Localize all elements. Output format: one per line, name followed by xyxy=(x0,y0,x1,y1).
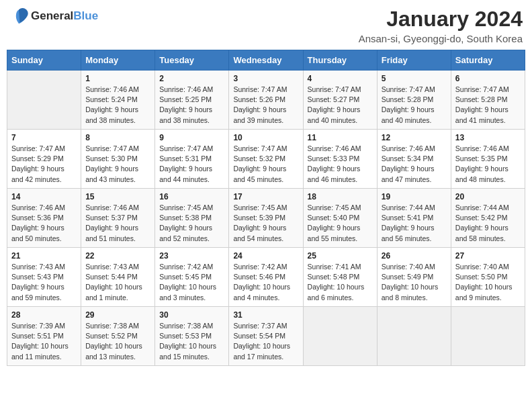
day-number: 21 xyxy=(11,251,77,261)
day-info: Sunrise: 7:47 AMSunset: 5:27 PMDaylight:… xyxy=(308,85,373,126)
page-header: GeneralBlue January 2024 Ansan-si, Gyeon… xyxy=(7,7,525,44)
calendar-cell: 29Sunrise: 7:38 AMSunset: 5:52 PMDayligh… xyxy=(81,307,155,366)
day-info: Sunrise: 7:46 AMSunset: 5:36 PMDaylight:… xyxy=(11,203,77,244)
calendar-cell: 8Sunrise: 7:47 AMSunset: 5:30 PMDaylight… xyxy=(81,130,155,189)
calendar-cell: 17Sunrise: 7:45 AMSunset: 5:39 PMDayligh… xyxy=(229,189,303,248)
day-number: 1 xyxy=(85,74,150,83)
calendar-cell: 18Sunrise: 7:45 AMSunset: 5:40 PMDayligh… xyxy=(303,189,377,248)
calendar-cell: 19Sunrise: 7:44 AMSunset: 5:41 PMDayligh… xyxy=(377,189,451,248)
day-info: Sunrise: 7:42 AMSunset: 5:46 PMDaylight:… xyxy=(233,262,298,303)
day-number: 18 xyxy=(308,192,373,201)
weekday-header-thursday: Thursday xyxy=(303,50,377,71)
day-number: 12 xyxy=(382,133,447,142)
day-number: 26 xyxy=(382,251,447,261)
calendar-cell: 30Sunrise: 7:38 AMSunset: 5:53 PMDayligh… xyxy=(155,307,229,366)
day-number: 30 xyxy=(159,310,224,320)
day-number: 15 xyxy=(85,192,150,201)
calendar-cell xyxy=(303,307,377,366)
day-info: Sunrise: 7:47 AMSunset: 5:28 PMDaylight:… xyxy=(455,85,521,126)
day-info: Sunrise: 7:47 AMSunset: 5:26 PMDaylight:… xyxy=(233,85,298,126)
day-info: Sunrise: 7:45 AMSunset: 5:39 PMDaylight:… xyxy=(233,203,298,244)
calendar-cell: 13Sunrise: 7:46 AMSunset: 5:35 PMDayligh… xyxy=(451,130,525,189)
day-number: 6 xyxy=(455,74,521,83)
day-info: Sunrise: 7:47 AMSunset: 5:31 PMDaylight:… xyxy=(159,144,224,185)
calendar-cell: 31Sunrise: 7:37 AMSunset: 5:54 PMDayligh… xyxy=(229,307,303,366)
day-info: Sunrise: 7:40 AMSunset: 5:50 PMDaylight:… xyxy=(455,262,521,303)
calendar-cell: 24Sunrise: 7:42 AMSunset: 5:46 PMDayligh… xyxy=(229,248,303,307)
calendar-cell: 23Sunrise: 7:42 AMSunset: 5:45 PMDayligh… xyxy=(155,248,229,307)
day-info: Sunrise: 7:37 AMSunset: 5:54 PMDaylight:… xyxy=(233,321,298,362)
day-info: Sunrise: 7:45 AMSunset: 5:40 PMDaylight:… xyxy=(308,203,373,244)
logo-text: GeneralBlue xyxy=(31,9,98,23)
calendar-cell: 14Sunrise: 7:46 AMSunset: 5:36 PMDayligh… xyxy=(7,189,81,248)
day-info: Sunrise: 7:42 AMSunset: 5:45 PMDaylight:… xyxy=(159,262,224,303)
day-info: Sunrise: 7:47 AMSunset: 5:32 PMDaylight:… xyxy=(233,144,298,185)
calendar-cell: 28Sunrise: 7:39 AMSunset: 5:51 PMDayligh… xyxy=(7,307,81,366)
calendar-cell: 7Sunrise: 7:47 AMSunset: 5:29 PMDaylight… xyxy=(7,130,81,189)
calendar-cell: 3Sunrise: 7:47 AMSunset: 5:26 PMDaylight… xyxy=(229,71,303,130)
day-number: 28 xyxy=(11,310,77,320)
calendar-cell xyxy=(377,307,451,366)
day-info: Sunrise: 7:45 AMSunset: 5:38 PMDaylight:… xyxy=(159,203,224,244)
day-number: 14 xyxy=(11,192,77,201)
title-section: January 2024 Ansan-si, Gyeonggi-do, Sout… xyxy=(359,7,523,44)
day-number: 31 xyxy=(233,310,298,320)
weekday-header-row: SundayMondayTuesdayWednesdayThursdayFrid… xyxy=(7,50,525,71)
day-info: Sunrise: 7:46 AMSunset: 5:34 PMDaylight:… xyxy=(382,144,447,185)
day-info: Sunrise: 7:40 AMSunset: 5:49 PMDaylight:… xyxy=(382,262,447,303)
week-row-3: 14Sunrise: 7:46 AMSunset: 5:36 PMDayligh… xyxy=(7,189,525,248)
calendar-cell xyxy=(451,307,525,366)
calendar-cell: 6Sunrise: 7:47 AMSunset: 5:28 PMDaylight… xyxy=(451,71,525,130)
day-info: Sunrise: 7:39 AMSunset: 5:51 PMDaylight:… xyxy=(11,321,77,362)
day-info: Sunrise: 7:38 AMSunset: 5:52 PMDaylight:… xyxy=(85,321,150,362)
day-info: Sunrise: 7:46 AMSunset: 5:35 PMDaylight:… xyxy=(455,144,521,185)
calendar-table: SundayMondayTuesdayWednesdayThursdayFrid… xyxy=(7,50,525,366)
day-info: Sunrise: 7:44 AMSunset: 5:42 PMDaylight:… xyxy=(455,203,521,244)
day-number: 25 xyxy=(308,251,373,261)
day-info: Sunrise: 7:47 AMSunset: 5:28 PMDaylight:… xyxy=(382,85,447,126)
day-number: 9 xyxy=(159,133,224,142)
calendar-cell: 4Sunrise: 7:47 AMSunset: 5:27 PMDaylight… xyxy=(303,71,377,130)
day-number: 5 xyxy=(382,74,447,83)
calendar-cell: 2Sunrise: 7:46 AMSunset: 5:25 PMDaylight… xyxy=(155,71,229,130)
day-info: Sunrise: 7:46 AMSunset: 5:37 PMDaylight:… xyxy=(85,203,150,244)
day-info: Sunrise: 7:43 AMSunset: 5:44 PMDaylight:… xyxy=(85,262,150,303)
calendar-cell: 11Sunrise: 7:46 AMSunset: 5:33 PMDayligh… xyxy=(303,130,377,189)
day-number: 13 xyxy=(455,133,521,142)
day-number: 8 xyxy=(85,133,150,142)
location: Ansan-si, Gyeonggi-do, South Korea xyxy=(359,33,523,44)
day-number: 11 xyxy=(308,133,373,142)
day-info: Sunrise: 7:44 AMSunset: 5:41 PMDaylight:… xyxy=(382,203,447,244)
day-number: 4 xyxy=(308,74,373,83)
day-info: Sunrise: 7:46 AMSunset: 5:25 PMDaylight:… xyxy=(159,85,224,126)
weekday-header-sunday: Sunday xyxy=(7,50,81,71)
day-number: 24 xyxy=(233,251,298,261)
day-info: Sunrise: 7:43 AMSunset: 5:43 PMDaylight:… xyxy=(11,262,77,303)
calendar-cell: 22Sunrise: 7:43 AMSunset: 5:44 PMDayligh… xyxy=(81,248,155,307)
month-title: January 2024 xyxy=(359,7,523,32)
weekday-header-saturday: Saturday xyxy=(451,50,525,71)
calendar-cell: 9Sunrise: 7:47 AMSunset: 5:31 PMDaylight… xyxy=(155,130,229,189)
day-number: 17 xyxy=(233,192,298,201)
day-info: Sunrise: 7:41 AMSunset: 5:48 PMDaylight:… xyxy=(308,262,373,303)
day-number: 7 xyxy=(11,133,77,142)
weekday-header-wednesday: Wednesday xyxy=(229,50,303,71)
weekday-header-friday: Friday xyxy=(377,50,451,71)
logo-icon xyxy=(9,7,28,26)
calendar-cell: 21Sunrise: 7:43 AMSunset: 5:43 PMDayligh… xyxy=(7,248,81,307)
logo: GeneralBlue xyxy=(9,7,98,26)
weekday-header-monday: Monday xyxy=(81,50,155,71)
calendar-cell: 27Sunrise: 7:40 AMSunset: 5:50 PMDayligh… xyxy=(451,248,525,307)
calendar-cell: 16Sunrise: 7:45 AMSunset: 5:38 PMDayligh… xyxy=(155,189,229,248)
day-info: Sunrise: 7:46 AMSunset: 5:33 PMDaylight:… xyxy=(308,144,373,185)
day-info: Sunrise: 7:47 AMSunset: 5:30 PMDaylight:… xyxy=(85,144,150,185)
day-number: 20 xyxy=(455,192,521,201)
calendar-cell: 25Sunrise: 7:41 AMSunset: 5:48 PMDayligh… xyxy=(303,248,377,307)
week-row-5: 28Sunrise: 7:39 AMSunset: 5:51 PMDayligh… xyxy=(7,307,525,366)
day-number: 3 xyxy=(233,74,298,83)
day-number: 2 xyxy=(159,74,224,83)
day-info: Sunrise: 7:47 AMSunset: 5:29 PMDaylight:… xyxy=(11,144,77,185)
day-info: Sunrise: 7:46 AMSunset: 5:24 PMDaylight:… xyxy=(85,85,150,126)
calendar-cell: 20Sunrise: 7:44 AMSunset: 5:42 PMDayligh… xyxy=(451,189,525,248)
calendar-cell: 10Sunrise: 7:47 AMSunset: 5:32 PMDayligh… xyxy=(229,130,303,189)
